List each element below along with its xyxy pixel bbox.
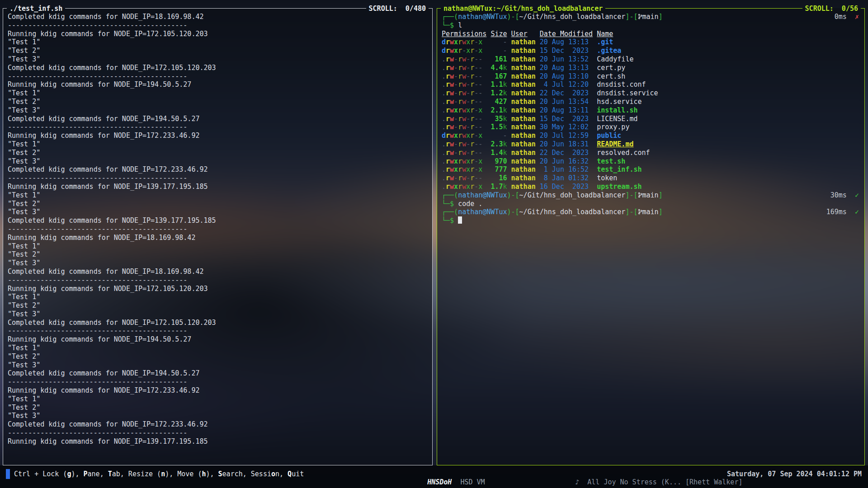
terminal-output-right[interactable]: ┌──(nathan@NWTux)-[~/Git/hns_doh_loadbal…: [442, 13, 861, 461]
terminal-line: "Test 1": [8, 242, 429, 251]
file-row: .rw-rw-r-- 1.4k nathan 22 Dec 2023 resol…: [442, 149, 861, 157]
terminal-line: "Test 1": [8, 395, 429, 404]
clock: Saturday, 07 Sep 2024 04:01:12 PM: [727, 470, 862, 478]
pane-title-left: ./test_inf.sh: [7, 5, 65, 13]
terminal-line: "Test 1": [8, 293, 429, 301]
now-playing-title: All Joy No Stress (K... [Rhett Walker]: [587, 478, 742, 486]
mode-indicator-block: [6, 469, 10, 479]
border-segment: [861, 8, 865, 9]
terminal-output-left[interactable]: Completed kdig commands for NODE_IP=18.1…: [8, 13, 429, 461]
terminal-line: Completed kdig commands for NODE_IP=18.1…: [8, 13, 429, 21]
file-row: .rw-rw-r-- 167 nathan 20 Aug 13:10 cert.…: [442, 72, 861, 81]
terminal-line: ----------------------------------------…: [8, 21, 429, 30]
file-row: drwxrwxr-x - nathan 20 Jul 12:59 public: [442, 131, 861, 140]
terminal-line: Completed kdig commands for NODE_IP=172.…: [8, 64, 429, 72]
terminal-line: ┌──(nathan@NWTux)-[~/Git/hns_doh_loadbal…: [442, 208, 861, 216]
session-name: HNSDoH: [427, 478, 452, 486]
pane-titlebar-right: nathan@NWTux:~/Git/hns_doh_loadbalancer …: [437, 4, 865, 13]
terminal-line: Running kdig commands for NODE_IP=172.10…: [8, 30, 429, 38]
terminal-line: "Test 2": [8, 404, 429, 412]
now-playing: ♪ All Joy No Stress (K... [Rhett Walker]: [551, 470, 742, 488]
terminal-line: "Test 2": [8, 47, 429, 55]
terminal-line: "Test 2": [8, 98, 429, 106]
terminal-line: └─$ l: [442, 21, 861, 30]
terminal-line: ----------------------------------------…: [8, 327, 429, 335]
terminal-line: "Test 2": [8, 200, 429, 208]
terminal-line: Running kdig commands for NODE_IP=194.50…: [8, 335, 429, 344]
file-row: .rw-rw-r-- 1.5k nathan 30 May 12:02 prox…: [442, 123, 861, 131]
terminal-line: "Test 3": [8, 106, 429, 115]
terminal-line: "Test 2": [8, 352, 429, 361]
terminal-line: Running kdig commands for NODE_IP=139.17…: [8, 183, 429, 191]
terminal-line: └─$: [442, 216, 861, 225]
terminal-line: "Test 3": [8, 310, 429, 319]
session-labels: HNSDoHHSD VM: [403, 470, 485, 488]
terminal-line: "Test 1": [8, 89, 429, 98]
terminal-line: ----------------------------------------…: [8, 429, 429, 437]
file-row: .rw-rw-r-- 4.4k nathan 20 Aug 13:13 cert…: [442, 64, 861, 72]
terminal-line: Running kdig commands for NODE_IP=194.50…: [8, 80, 429, 89]
status-bar: Ctrl + Lock (g), Pane, Tab, Resize (n), …: [0, 465, 868, 488]
terminal-line: "Test 3": [8, 157, 429, 166]
scroll-indicator-left: SCROLL: 0/480: [366, 5, 429, 13]
terminal-line: ----------------------------------------…: [8, 123, 429, 131]
terminal-line: "Test 1": [8, 191, 429, 200]
file-row: .rw-rw-r-- 1.1k nathan 4 Jul 12:20 dnsdi…: [442, 80, 861, 89]
git-branch-icon: [638, 208, 642, 216]
terminal-line: "Test 1": [8, 140, 429, 149]
terminal-line: ----------------------------------------…: [8, 225, 429, 234]
file-row: .rw-rw-r-- 1.2k nathan 22 Dec 2023 dnsdi…: [442, 89, 861, 98]
file-row: .rwxrwxr-x 1.7k nathan 16 Dec 2023 upstr…: [442, 183, 861, 191]
git-branch-icon: [638, 191, 642, 200]
file-row: .rwxrwxr-x 2.1k nathan 20 Aug 13:11 inst…: [442, 106, 861, 115]
terminal-line: Running kdig commands for NODE_IP=172.10…: [8, 285, 429, 293]
terminal-line: ----------------------------------------…: [8, 174, 429, 183]
file-row: .rw-rw-r-- 16 nathan 8 Jan 01:32 token: [442, 174, 861, 183]
pane-test-script[interactable]: ./test_inf.sh SCROLL: 0/480 Completed kd…: [3, 4, 433, 465]
terminal-line: Running kdig commands for NODE_IP=172.23…: [8, 131, 429, 140]
terminal-line: Running kdig commands for NODE_IP=139.17…: [8, 437, 429, 446]
file-row: .rw-rw-r-- 427 nathan 20 Jun 13:54 hsd.s…: [442, 98, 861, 106]
pane-shell[interactable]: nathan@NWTux:~/Git/hns_doh_loadbalancer …: [437, 4, 865, 465]
terminal-line: Running kdig commands for NODE_IP=18.169…: [8, 234, 429, 242]
file-row: .rwxrwxr-x 970 nathan 20 Jun 16:32 test.…: [442, 157, 861, 166]
border-segment: [429, 8, 433, 9]
file-row: drwxr-xr-x - nathan 15 Dec 2023 .gitea: [442, 47, 861, 55]
terminal-line: └─$ code .: [442, 200, 861, 208]
border-segment: [3, 8, 7, 9]
terminal-line: "Test 3": [8, 208, 429, 216]
terminal-line: "Test 3": [8, 259, 429, 267]
terminal-line: ┌──(nathan@NWTux)-[~/Git/hns_doh_loadbal…: [442, 13, 861, 21]
file-row: .rw-rw-r-- 2.3k nathan 20 Jun 18:31 READ…: [442, 140, 861, 149]
terminal-line: Completed kdig commands for NODE_IP=139.…: [8, 216, 429, 225]
terminal-line: "Test 2": [8, 149, 429, 157]
terminal-line: "Test 3": [8, 361, 429, 370]
terminal-line: "Test 2": [8, 301, 429, 310]
terminal-line: Completed kdig commands for NODE_IP=172.…: [8, 319, 429, 327]
file-row: .rwxrwxr-x 777 nathan 1 Jun 16:52 test_i…: [442, 165, 861, 174]
file-row: .rw-rw-r-- 161 nathan 20 Jun 13:52 Caddy…: [442, 55, 861, 64]
pane-titlebar-left: ./test_inf.sh SCROLL: 0/480: [3, 4, 433, 13]
keybinding-hints: Ctrl + Lock (g), Pane, Tab, Resize (n), …: [14, 470, 304, 478]
terminal-line: "Test 2": [8, 250, 429, 259]
terminal-line: "Test 3": [8, 55, 429, 64]
terminal-line: Completed kdig commands for NODE_IP=18.1…: [8, 267, 429, 276]
pane-title-right: nathan@NWTux:~/Git/hns_doh_loadbalancer: [441, 5, 605, 13]
terminal-line: "Test 3": [8, 412, 429, 420]
git-branch-icon: [638, 13, 642, 21]
text-cursor: [458, 216, 462, 224]
scroll-indicator-right: SCROLL: 0/56: [802, 5, 861, 13]
border-segment: [65, 8, 366, 9]
music-note-icon: ♪: [575, 478, 579, 486]
terminal-line: ----------------------------------------…: [8, 276, 429, 285]
terminal-line: Completed kdig commands for NODE_IP=172.…: [8, 420, 429, 429]
terminal-line: "Test 1": [8, 38, 429, 47]
terminal-line: Completed kdig commands for NODE_IP=172.…: [8, 165, 429, 174]
terminal-line: Completed kdig commands for NODE_IP=194.…: [8, 115, 429, 123]
file-row: .rw-rw-r-- 35k nathan 15 Dec 2023 LICENS…: [442, 115, 861, 123]
terminal-line: ----------------------------------------…: [8, 72, 429, 81]
border-segment: [437, 8, 441, 9]
border-segment: [605, 8, 802, 9]
terminal-line: Running kdig commands for NODE_IP=172.23…: [8, 386, 429, 395]
terminal-line: ----------------------------------------…: [8, 378, 429, 386]
